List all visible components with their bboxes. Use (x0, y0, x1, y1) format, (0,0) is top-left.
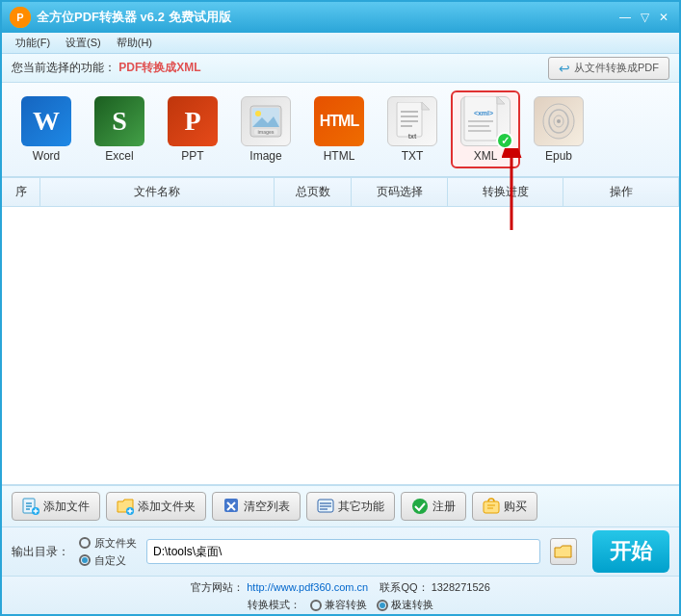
icon-btn-excel[interactable]: S Excel (85, 90, 154, 168)
qq-label: 联系QQ： (380, 581, 428, 593)
image-icon: images (241, 96, 291, 146)
table-empty-state (2, 207, 679, 438)
func-highlight: PDF转换成XML (118, 61, 200, 74)
title-bar-left: P 全方位PDF转换器 v6.2 免费试用版 (10, 7, 231, 28)
html-label: HTML (324, 149, 355, 163)
svg-point-5 (255, 111, 261, 116)
mode-compatible[interactable]: 兼容转换 (310, 598, 367, 612)
txt-label: TXT (402, 149, 424, 163)
xml-label: XML (474, 149, 498, 163)
icon-btn-xml[interactable]: <xml> ✓ XML (451, 90, 520, 168)
menu-settings[interactable]: 设置(S) (58, 34, 109, 52)
epub-icon (534, 96, 584, 146)
mode-compatible-label: 兼容转换 (325, 598, 367, 612)
icon-btn-word[interactable]: W Word (12, 90, 81, 168)
add-file-label: 添加文件 (43, 499, 90, 515)
svg-rect-15 (464, 96, 497, 141)
svg-marker-16 (497, 96, 505, 104)
output-row: 输出目录： 原文件夹 自定义 开始 (2, 527, 679, 576)
start-button[interactable]: 开始 (592, 530, 669, 573)
col-pages: 总页数 (275, 178, 352, 206)
qq-number: 1328271526 (432, 581, 490, 593)
other-func-label: 其它功能 (338, 499, 384, 515)
icon-btn-ppt[interactable]: P PPT (158, 90, 227, 168)
svg-rect-45 (484, 501, 499, 513)
ppt-icon: P (168, 96, 218, 146)
table-header: 序 文件名称 总页数 页码选择 转换进度 操作 (2, 178, 679, 207)
app-logo: P (10, 7, 31, 28)
svg-text:txt: txt (408, 133, 417, 140)
add-folder-button[interactable]: 添加文件夹 (106, 492, 206, 521)
add-folder-label: 添加文件夹 (138, 499, 196, 515)
func-bar: 您当前选择的功能： PDF转换成XML 从文件转换成PDF (2, 54, 679, 83)
col-pagesel: 页码选择 (352, 178, 448, 206)
menu-func[interactable]: 功能(F) (8, 34, 58, 52)
title-controls: — ▽ ✕ (617, 10, 671, 25)
excel-label: Excel (105, 149, 133, 163)
buy-button[interactable]: 购买 (472, 492, 537, 521)
ppt-label: PPT (181, 149, 203, 163)
clear-label: 清空列表 (244, 499, 290, 515)
icon-btn-txt[interactable]: txt TXT (378, 90, 447, 168)
radio-custom[interactable]: 自定义 (79, 553, 137, 568)
other-func-button[interactable]: 其它功能 (306, 492, 395, 521)
col-filename: 文件名称 (40, 178, 275, 206)
radio-group: 原文件夹 自定义 (79, 536, 137, 568)
buy-label: 购买 (504, 499, 527, 515)
register-button[interactable]: 注册 (401, 492, 466, 521)
output-path-input[interactable] (146, 539, 540, 564)
svg-point-26 (557, 119, 561, 123)
table-area: 序 文件名称 总页数 页码选择 转换进度 操作 (2, 177, 679, 485)
output-dir-label: 输出目录： (12, 544, 69, 560)
clear-icon (223, 498, 240, 515)
radio-original-label: 原文件夹 (94, 536, 137, 551)
add-file-button[interactable]: 添加文件 (12, 492, 100, 521)
convert-to-pdf-button[interactable]: 从文件转换成PDF (548, 57, 669, 80)
menu-help[interactable]: 帮助(H) (109, 34, 160, 52)
word-icon: W (21, 96, 71, 146)
icon-btn-epub[interactable]: Epub (524, 90, 593, 168)
txt-icon: txt (387, 96, 437, 146)
website-label: 官方网站： (191, 581, 244, 593)
icon-btn-image[interactable]: images Image (231, 90, 301, 168)
col-progress: 转换进度 (448, 178, 563, 206)
col-seq: 序 (2, 178, 40, 206)
mode-fast[interactable]: 极速转换 (377, 598, 433, 612)
mode-fast-label: 极速转换 (391, 598, 433, 612)
browse-folder-button[interactable] (550, 538, 577, 565)
menu-bar: 功能(F) 设置(S) 帮助(H) (2, 33, 679, 54)
table-body (2, 207, 679, 438)
svg-point-44 (412, 499, 428, 514)
icons-row: W Word S Excel P PPT (2, 83, 679, 177)
epub-label: Epub (545, 149, 572, 163)
register-label: 注册 (432, 499, 456, 515)
register-icon (411, 498, 429, 515)
add-file-icon (22, 498, 39, 515)
svg-marker-9 (422, 102, 430, 110)
svg-text:images: images (257, 129, 274, 135)
bottom-toolbar: 添加文件 添加文件夹 清空列表 (2, 485, 679, 527)
radio-original-folder[interactable]: 原文件夹 (79, 536, 137, 551)
minimize-button[interactable]: — (617, 10, 633, 25)
radio-custom-label: 自定义 (94, 553, 126, 568)
buy-icon (483, 498, 500, 515)
xml-icon: <xml> ✓ (460, 96, 511, 146)
app-title: 全方位PDF转换器 v6.2 免费试用版 (37, 9, 231, 26)
mode-label: 转换模式： (248, 598, 301, 612)
main-window: P 全方位PDF转换器 v6.2 免费试用版 — ▽ ✕ 功能(F) 设置(S)… (0, 0, 681, 616)
add-folder-icon (117, 498, 134, 515)
radio-original-circle (79, 537, 91, 549)
clear-list-button[interactable]: 清空列表 (212, 492, 301, 521)
close-button[interactable]: ✕ (656, 10, 671, 25)
col-actions: 操作 (563, 178, 679, 206)
svg-text:P: P (16, 12, 23, 23)
excel-icon: S (94, 96, 144, 146)
maximize-button[interactable]: ▽ (637, 10, 652, 25)
mode-compatible-circle (310, 600, 322, 611)
footer-mode: 转换模式： 兼容转换 极速转换 (12, 598, 669, 612)
html-icon: HTML (314, 96, 364, 146)
website-link[interactable]: http://www.pdf360.com.cn (247, 581, 368, 593)
icon-btn-html[interactable]: HTML HTML (304, 90, 374, 168)
word-label: Word (33, 149, 60, 163)
other-func-icon (317, 498, 334, 515)
